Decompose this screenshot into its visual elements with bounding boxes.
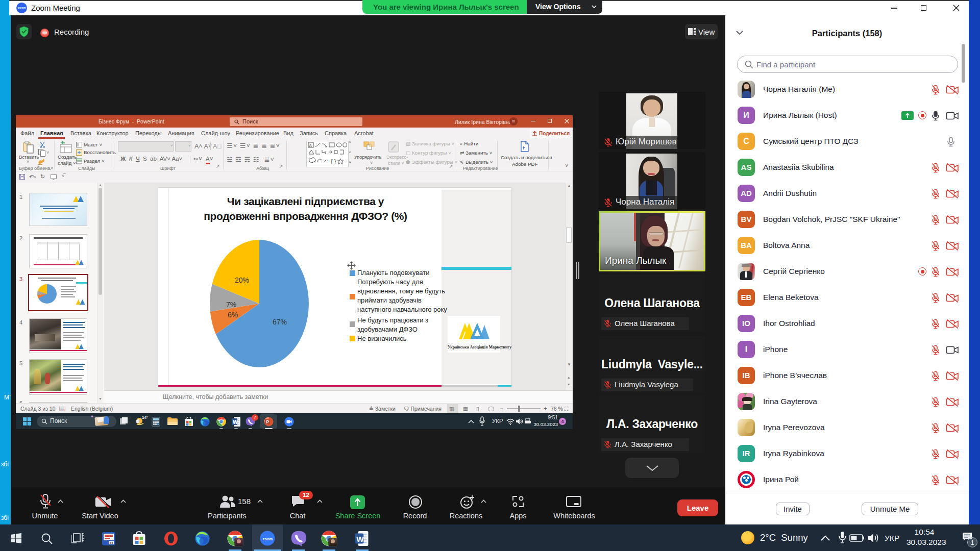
svg-text:A: A <box>309 143 312 148</box>
svg-text:W: W <box>233 419 238 425</box>
svg-text:W: W <box>356 535 364 543</box>
svg-text:{ }: { } <box>331 158 336 164</box>
svg-text:P: P <box>266 419 269 424</box>
svg-text:zoom: zoom <box>263 537 273 541</box>
